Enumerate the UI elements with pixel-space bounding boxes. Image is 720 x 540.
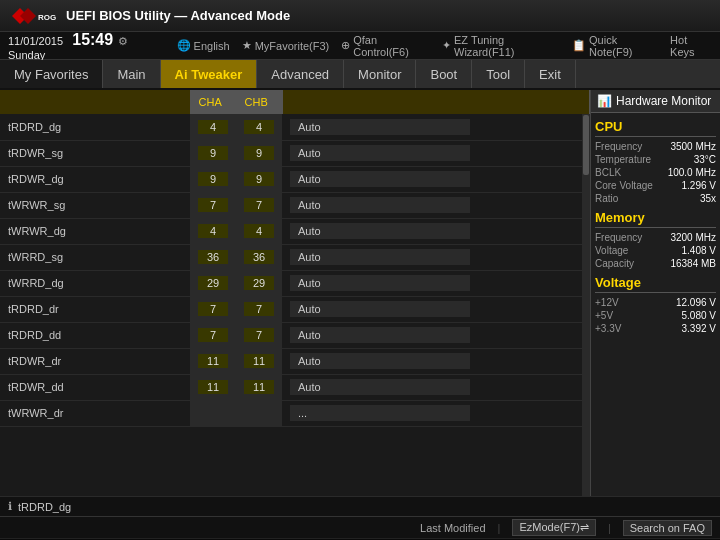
chb-value-cell: 4 bbox=[236, 114, 282, 140]
table-row[interactable]: tRDRD_dd77Auto bbox=[0, 322, 590, 348]
nav-item-advanced[interactable]: Advanced bbox=[257, 60, 344, 88]
setting-name-cell: tWRWR_dr bbox=[0, 400, 190, 426]
table-row[interactable]: tWRRD_dg2929Auto bbox=[0, 270, 590, 296]
hot-keys-item[interactable]: Hot Keys bbox=[670, 34, 712, 58]
value-cell[interactable]: Auto bbox=[282, 140, 590, 166]
hw-row-label: BCLK bbox=[595, 167, 621, 178]
table-row[interactable]: tRDWR_dr1111Auto bbox=[0, 348, 590, 374]
scroll-thumb[interactable] bbox=[583, 115, 589, 175]
hw-row-label: Frequency bbox=[595, 141, 642, 152]
table-row[interactable]: tWRWR_dr... bbox=[0, 400, 590, 426]
value-cell[interactable]: Auto bbox=[282, 114, 590, 140]
nav-item-exit[interactable]: Exit bbox=[525, 60, 576, 88]
hw-data-row: Voltage1.408 V bbox=[595, 245, 716, 256]
table-row[interactable]: tWRWR_dg44Auto bbox=[0, 218, 590, 244]
left-panel: CHA CHB tRDRD_dg44AutotRDWR_sg99AutotRDW… bbox=[0, 90, 590, 496]
cha-value-cell: 11 bbox=[190, 374, 236, 400]
hw-row-label: +3.3V bbox=[595, 323, 621, 334]
col-cha-header: CHA bbox=[190, 90, 236, 114]
value-cell[interactable]: Auto bbox=[282, 244, 590, 270]
nav-item-monitor[interactable]: Monitor bbox=[344, 60, 416, 88]
value-cell[interactable]: Auto bbox=[282, 348, 590, 374]
value-cell[interactable]: Auto bbox=[282, 270, 590, 296]
hw-row-value: 3500 MHz bbox=[670, 141, 716, 152]
day-text: Sunday bbox=[8, 49, 45, 61]
svg-text:ROG: ROG bbox=[38, 13, 56, 22]
quick-note-item[interactable]: 📋 Quick Note(F9) bbox=[572, 34, 658, 58]
hw-monitor-title: 📊 Hardware Monitor bbox=[591, 90, 720, 113]
value-cell[interactable]: Auto bbox=[282, 322, 590, 348]
hw-data-row: Capacity16384 MB bbox=[595, 258, 716, 269]
cha-value-cell: 7 bbox=[190, 192, 236, 218]
scrollbar[interactable] bbox=[582, 114, 590, 496]
table-row[interactable]: tWRRD_sg3636Auto bbox=[0, 244, 590, 270]
hw-data-row: Frequency3200 MHz bbox=[595, 232, 716, 243]
search-faq-button[interactable]: Search on FAQ bbox=[623, 520, 712, 536]
hw-row-value: 3200 MHz bbox=[670, 232, 716, 243]
value-cell[interactable]: Auto bbox=[282, 166, 590, 192]
cha-value-cell: 9 bbox=[190, 140, 236, 166]
ez-mode-button[interactable]: EzMode(F7)⇌ bbox=[512, 519, 596, 536]
table-row[interactable]: tRDWR_dd1111Auto bbox=[0, 374, 590, 400]
hw-row-value: 1.408 V bbox=[682, 245, 716, 256]
table-row[interactable]: tRDRD_dr77Auto bbox=[0, 296, 590, 322]
col-name-header bbox=[0, 90, 190, 114]
cha-value-cell: 4 bbox=[190, 218, 236, 244]
table-row[interactable]: tWRWR_sg77Auto bbox=[0, 192, 590, 218]
cha-value-cell: 9 bbox=[190, 166, 236, 192]
hw-memory-section: Memory Frequency3200 MHzVoltage1.408 VCa… bbox=[595, 210, 716, 269]
hw-row-value: 16384 MB bbox=[670, 258, 716, 269]
bottom-bar: Last Modified | EzMode(F7)⇌ | Search on … bbox=[0, 516, 720, 538]
language-item[interactable]: 🌐 English bbox=[177, 39, 230, 52]
ez-tuning-item[interactable]: ✦ EZ Tuning Wizard(F11) bbox=[442, 34, 560, 58]
info-icon: ℹ bbox=[8, 500, 12, 513]
setting-name-cell: tWRWR_dg bbox=[0, 218, 190, 244]
value-cell[interactable]: Auto bbox=[282, 374, 590, 400]
hw-data-row: BCLK100.0 MHz bbox=[595, 167, 716, 178]
value-cell[interactable]: ... bbox=[282, 400, 590, 426]
setting-name-cell: tRDRD_dg bbox=[0, 114, 190, 140]
table-header-row: CHA CHB bbox=[0, 90, 590, 114]
bottom-label-bar: ℹ tRDRD_dg bbox=[0, 496, 720, 516]
content-area: CHA CHB tRDRD_dg44AutotRDWR_sg99AutotRDW… bbox=[0, 90, 720, 496]
setting-name-cell: tRDWR_dg bbox=[0, 166, 190, 192]
table-row[interactable]: tRDWR_sg99Auto bbox=[0, 140, 590, 166]
date-text: 11/01/2015 bbox=[8, 35, 63, 47]
setting-name-cell: tRDWR_dr bbox=[0, 348, 190, 374]
gear-icon[interactable]: ⚙ bbox=[118, 35, 128, 47]
chb-value-cell: 7 bbox=[236, 296, 282, 322]
my-favorite-label: MyFavorite(F3) bbox=[255, 40, 330, 52]
fan-icon: ⊕ bbox=[341, 39, 350, 52]
hw-row-label: Capacity bbox=[595, 258, 634, 269]
hw-row-value: 35x bbox=[700, 193, 716, 204]
cha-value-cell bbox=[190, 400, 236, 426]
value-cell[interactable]: Auto bbox=[282, 192, 590, 218]
nav-item-main[interactable]: Main bbox=[103, 60, 160, 88]
monitor-icon: 📊 bbox=[597, 94, 612, 108]
note-icon: 📋 bbox=[572, 39, 586, 52]
nav-item-my-favorites[interactable]: My Favorites bbox=[0, 60, 103, 88]
last-modified-label: Last Modified bbox=[420, 522, 485, 534]
hw-row-label: +5V bbox=[595, 310, 613, 321]
hw-data-row: Temperature33°C bbox=[595, 154, 716, 165]
table-row[interactable]: tRDRD_dg44Auto bbox=[0, 114, 590, 140]
value-cell[interactable]: Auto bbox=[282, 218, 590, 244]
table-row[interactable]: tRDWR_dg99Auto bbox=[0, 166, 590, 192]
qfan-item[interactable]: ⊕ Qfan Control(F6) bbox=[341, 34, 430, 58]
nav-item-ai-tweaker[interactable]: Ai Tweaker bbox=[161, 60, 258, 88]
time-text: 15:49 bbox=[72, 31, 113, 48]
value-cell[interactable]: Auto bbox=[282, 296, 590, 322]
chb-value-cell: 9 bbox=[236, 140, 282, 166]
my-favorite-item[interactable]: ★ MyFavorite(F3) bbox=[242, 39, 330, 52]
setting-name-cell: tWRRD_dg bbox=[0, 270, 190, 296]
cha-value-cell: 7 bbox=[190, 322, 236, 348]
language-label: English bbox=[194, 40, 230, 52]
chb-value-cell: 7 bbox=[236, 322, 282, 348]
hw-monitor-panel: 📊 Hardware Monitor CPU Frequency3500 MHz… bbox=[590, 90, 720, 496]
memory-section-title: Memory bbox=[595, 210, 716, 228]
chb-value-cell: 29 bbox=[236, 270, 282, 296]
hw-row-label: Frequency bbox=[595, 232, 642, 243]
nav-item-tool[interactable]: Tool bbox=[472, 60, 525, 88]
col-value-header bbox=[282, 90, 590, 114]
nav-item-boot[interactable]: Boot bbox=[416, 60, 472, 88]
